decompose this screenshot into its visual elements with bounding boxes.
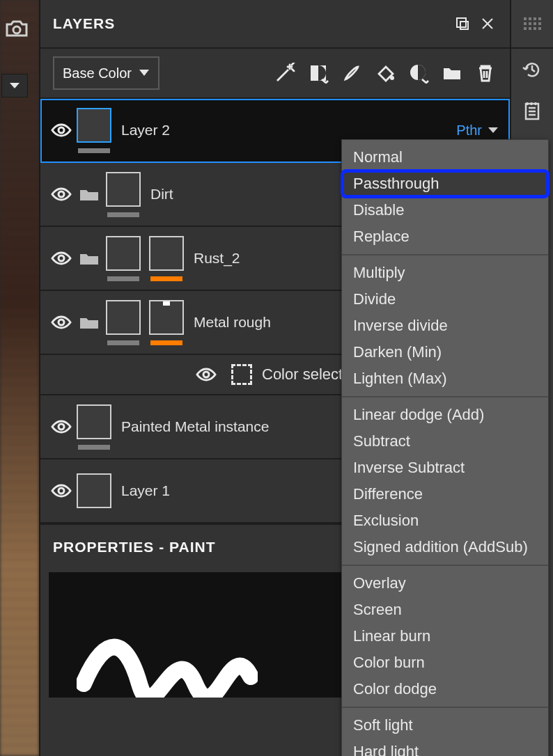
- channel-dropdown[interactable]: Base Color: [53, 56, 159, 90]
- layer-usage-bar: [150, 340, 182, 345]
- delete-layer-button[interactable]: [474, 61, 497, 85]
- add-group-button[interactable]: [440, 61, 464, 85]
- blend-mode-option[interactable]: Passthrough: [342, 171, 548, 197]
- panel-close-button[interactable]: [478, 14, 497, 33]
- panel-header: LAYERS: [40, 0, 510, 49]
- chevron-down-icon: [139, 68, 150, 78]
- eye-icon: [51, 484, 72, 498]
- visibility-toggle[interactable]: [49, 310, 74, 335]
- detach-icon: [455, 16, 470, 31]
- log-button[interactable]: [511, 90, 553, 132]
- panel-title: LAYERS: [53, 15, 115, 32]
- magic-wand-icon: [274, 63, 295, 84]
- blend-mode-option[interactable]: Multiply: [342, 260, 548, 286]
- eye-icon: [51, 251, 72, 265]
- layer-usage-bar: [150, 276, 182, 281]
- visibility-toggle[interactable]: [194, 362, 219, 387]
- layer-name[interactable]: Dirt: [150, 186, 173, 203]
- layer-name[interactable]: Layer 2: [121, 122, 170, 139]
- blend-mode-option[interactable]: Divide: [342, 286, 548, 313]
- blend-mode-option[interactable]: Signed addition (AddSub): [342, 534, 548, 560]
- add-paint-layer-button[interactable]: [340, 61, 364, 85]
- folder-icon: [79, 315, 100, 330]
- layer-name[interactable]: Layer 1: [121, 482, 170, 499]
- visibility-toggle[interactable]: [49, 246, 74, 271]
- blend-mode-option[interactable]: Screen: [342, 597, 548, 623]
- brush-stroke-icon: [77, 614, 258, 698]
- bucket-fill-icon: [375, 63, 396, 84]
- visibility-toggle[interactable]: [49, 118, 74, 143]
- trash-icon: [475, 63, 496, 84]
- layer-thumbnail[interactable]: [77, 473, 111, 508]
- history-icon: [522, 59, 543, 80]
- camera-icon: [5, 19, 29, 38]
- viewport-strip: [0, 0, 39, 756]
- magic-wand-button[interactable]: [273, 61, 297, 85]
- layer-thumbnail[interactable]: [106, 236, 141, 271]
- layer-usage-bar: [78, 445, 110, 450]
- blend-mode-option[interactable]: Replace: [342, 223, 548, 250]
- svg-point-10: [59, 424, 64, 430]
- layer-name[interactable]: Metal rough: [194, 314, 271, 331]
- layer-name[interactable]: Painted Metal instance: [121, 418, 269, 435]
- visibility-toggle[interactable]: [49, 478, 74, 503]
- eye-icon: [196, 368, 217, 381]
- app-stage: LAYERS Base Color: [0, 0, 553, 756]
- blend-mode-option[interactable]: Hard light: [342, 739, 548, 756]
- layers-toolbar: Base Color: [40, 49, 510, 99]
- blend-mode-option[interactable]: Overlay: [342, 570, 548, 597]
- add-fill-layer-button[interactable]: [373, 61, 397, 85]
- blend-mode-option[interactable]: Difference: [342, 481, 548, 507]
- layer-mask-thumbnail[interactable]: [149, 300, 184, 335]
- group-folder-button[interactable]: [77, 249, 102, 268]
- blend-mode-option[interactable]: Linear dodge (Add): [342, 402, 548, 428]
- blend-mode-option[interactable]: Inverse divide: [342, 313, 548, 339]
- blend-mode-option[interactable]: Exclusion: [342, 507, 548, 534]
- svg-point-7: [59, 255, 64, 261]
- blend-mode-option[interactable]: Darken (Min): [342, 339, 548, 365]
- layer-thumbnail[interactable]: [77, 108, 111, 143]
- layer-mask-thumbnail[interactable]: [149, 236, 184, 271]
- add-mask-button[interactable]: [306, 61, 330, 85]
- layer-thumbnail[interactable]: [106, 172, 141, 207]
- visibility-toggle[interactable]: [49, 414, 74, 439]
- blend-mode-option[interactable]: Soft light: [342, 712, 548, 739]
- svg-point-11: [59, 488, 64, 494]
- visibility-toggle[interactable]: [49, 182, 74, 207]
- group-folder-button[interactable]: [77, 313, 102, 332]
- blend-mode-option[interactable]: Linear burn: [342, 623, 548, 649]
- layer-usage-bar: [107, 340, 139, 345]
- grip-icon: [524, 17, 541, 30]
- svg-point-0: [13, 26, 20, 33]
- folder-icon: [79, 251, 100, 266]
- blend-mode-option[interactable]: Color burn: [342, 649, 548, 676]
- history-button[interactable]: [511, 49, 553, 90]
- screenshot-button[interactable]: [4, 18, 29, 39]
- close-icon: [480, 16, 495, 31]
- viewport-preview: [0, 0, 39, 756]
- chevron-down-icon: [9, 81, 20, 90]
- layer-usage-bar: [107, 212, 139, 217]
- viewport-dropdown[interactable]: [1, 74, 28, 97]
- mask-icon: [308, 63, 329, 84]
- blend-mode-menu[interactable]: NormalPassthroughDisableReplaceMultiplyD…: [341, 139, 549, 756]
- blend-mode-option[interactable]: Color dodge: [342, 676, 548, 702]
- svg-point-8: [59, 320, 64, 325]
- eye-icon: [51, 420, 72, 434]
- blend-mode-short: Pthr: [456, 123, 482, 139]
- blend-mode-option[interactable]: Disable: [342, 197, 548, 223]
- blend-mode-option[interactable]: Inverse Subtract: [342, 455, 548, 481]
- panel-detach-button[interactable]: [453, 14, 472, 33]
- layer-thumbnail[interactable]: [77, 404, 111, 439]
- blend-mode-option[interactable]: Normal: [342, 144, 548, 171]
- group-folder-button[interactable]: [77, 184, 102, 204]
- eye-icon: [51, 315, 72, 329]
- blend-mode-option[interactable]: Lighten (Max): [342, 365, 548, 392]
- layer-name[interactable]: Rust_2: [194, 250, 240, 267]
- layer-thumbnail[interactable]: [106, 300, 141, 335]
- panel-drag-handle[interactable]: [511, 0, 553, 49]
- svg-point-9: [203, 372, 209, 377]
- blend-mode-option[interactable]: Subtract: [342, 428, 548, 455]
- blend-mode-dropdown[interactable]: Pthr: [456, 123, 499, 139]
- add-smart-material-button[interactable]: [407, 61, 430, 85]
